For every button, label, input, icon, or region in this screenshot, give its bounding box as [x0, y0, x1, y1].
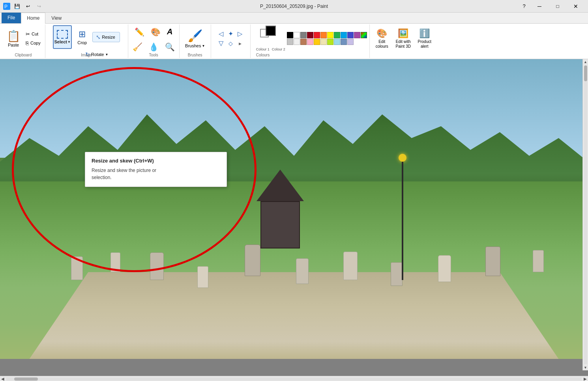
minimize-button[interactable]: ─: [530, 2, 549, 11]
swatch-limegreen[interactable]: [327, 39, 333, 45]
swatch-steelblue[interactable]: [341, 39, 347, 45]
gravestone-1: [71, 256, 83, 280]
eraser-tool[interactable]: 🧹: [131, 40, 144, 54]
maximize-button[interactable]: □: [549, 2, 567, 11]
scroll-down-arrow[interactable]: ▼: [583, 365, 588, 370]
gravestone-3: [150, 252, 164, 280]
color-grid-row1: [287, 32, 367, 38]
shape-more[interactable]: ▸: [236, 39, 244, 48]
close-button[interactable]: ✕: [567, 2, 585, 11]
swatch-blue[interactable]: [347, 32, 354, 38]
tab-file[interactable]: File: [2, 13, 21, 23]
swatch-black[interactable]: [287, 32, 293, 38]
save-button[interactable]: 💾: [13, 2, 21, 11]
shapes-scroll: ◁ ✦ ▷ ▽ ◇ ▸: [217, 30, 244, 48]
copy-button[interactable]: ⎘ Copy: [24, 39, 43, 47]
text-icon: A: [167, 27, 172, 36]
scroll-right-arrow[interactable]: ▶: [582, 376, 588, 381]
brushes-button[interactable]: 🖌️ Brushes ▼: [182, 27, 208, 50]
swatch-gold[interactable]: [314, 39, 320, 45]
select-label-row: Select ▼: [54, 39, 71, 44]
swatch-gray1[interactable]: [300, 32, 307, 38]
shape-arrow-down[interactable]: ▽: [217, 39, 225, 48]
clipboard-label: Clipboard: [15, 53, 32, 57]
swatch-green[interactable]: [334, 32, 340, 38]
swatch-white[interactable]: [294, 32, 300, 38]
tooltip-title: Resize and skew (Ctrl+W): [92, 158, 220, 164]
tools-row2: 🧹 💧 🔍: [131, 40, 177, 54]
tools-content: ✏️ 🎨 A 🧹 💧 🔍: [131, 25, 177, 54]
tab-view[interactable]: View: [45, 13, 67, 23]
ribbon-content: 📋 Paste ✂ Cut ⎘ Copy Clipboard: [0, 24, 588, 59]
window-title: P_20150604_205209.jpg - Paint: [260, 4, 328, 9]
swatch-purple[interactable]: [354, 32, 360, 38]
title-bar: P 💾 ↩ ↪ P_20150604_205209.jpg - Paint ? …: [0, 0, 588, 13]
image-group-label: Image: [81, 53, 92, 57]
product-alert-button[interactable]: ℹ️ Product alert: [415, 26, 434, 51]
app-icon: P: [3, 3, 10, 10]
scroll-horizontal-thumb[interactable]: [14, 377, 38, 381]
swatch-rainbow[interactable]: [361, 32, 367, 38]
colors-section: Colour 1 Colour 2: [254, 24, 370, 58]
crop-button[interactable]: ⊞ Crop: [73, 25, 91, 49]
swatch-lavender[interactable]: [347, 39, 354, 45]
swatch-orange[interactable]: [320, 32, 327, 38]
scroll-vertical-track[interactable]: [584, 65, 587, 364]
swatch-darkred[interactable]: [307, 32, 313, 38]
rotate-arrow: ▼: [105, 53, 108, 56]
swatch-lightblue[interactable]: [334, 39, 340, 45]
scroll-horizontal-track[interactable]: [6, 377, 582, 381]
scroll-vertical-thumb[interactable]: [584, 65, 587, 81]
swatch-cyan[interactable]: [341, 32, 347, 38]
edit-paint3d-button[interactable]: 🖼️ Edit with Paint 3D: [393, 26, 413, 51]
select-dropdown-arrow: ▼: [67, 40, 71, 44]
swatch-brown[interactable]: [300, 39, 307, 45]
colour1-swatch[interactable]: [266, 26, 276, 36]
tools-group-label: Tools: [149, 53, 158, 57]
gazebo-roof: [257, 170, 304, 201]
color-swatches-area: Colour 1 Colour 2: [256, 26, 285, 51]
tools-group: ✏️ 🎨 A 🧹 💧 🔍 Tool: [128, 24, 180, 58]
swatch-gray2[interactable]: [287, 39, 293, 45]
swatch-white2[interactable]: [294, 39, 300, 45]
tab-home[interactable]: Home: [21, 13, 45, 24]
select-button[interactable]: Select ▼: [53, 25, 72, 49]
vertical-scrollbar[interactable]: ▲ ▼: [582, 59, 588, 370]
tools-row1: ✏️ 🎨 A: [133, 25, 174, 39]
edit-colours-icon: 🎨: [376, 28, 387, 39]
text-tool[interactable]: A: [165, 25, 174, 39]
horizontal-scrollbar[interactable]: ◀ ▶: [0, 376, 588, 381]
undo-button[interactable]: ↩: [24, 2, 32, 11]
colorpicker-tool[interactable]: 💧: [147, 40, 161, 54]
tooltip-box: Resize and skew (Ctrl+W) Resize and skew…: [85, 152, 227, 187]
cut-button[interactable]: ✂ Cut: [24, 30, 43, 38]
swatch-cream[interactable]: [320, 39, 327, 45]
fill-tool[interactable]: 🎨: [149, 25, 163, 39]
magnifier-tool[interactable]: 🔍: [163, 40, 177, 54]
paste-button[interactable]: 📋 Paste: [4, 27, 23, 50]
scroll-up-arrow[interactable]: ▲: [583, 59, 588, 65]
resize-button[interactable]: ⤡ Resize: [92, 32, 120, 42]
brushes-content: 🖌️ Brushes ▼: [182, 25, 208, 52]
swatch-pink[interactable]: [307, 39, 313, 45]
scroll-left-arrow[interactable]: ◀: [0, 376, 6, 381]
select-label: Select: [54, 39, 67, 44]
canvas-scroll[interactable]: Resize and skew (Ctrl+W) Resize and skew…: [0, 59, 588, 376]
pencil-tool[interactable]: ✏️: [133, 25, 146, 39]
shape-diamond[interactable]: ◇: [226, 39, 235, 48]
fill-icon: 🎨: [151, 28, 161, 36]
svg-text:P: P: [4, 4, 7, 9]
swatch-red[interactable]: [314, 32, 320, 38]
gravestone-4: [197, 266, 208, 288]
shape-arrow-right[interactable]: ▷: [236, 30, 244, 38]
shape-arrow-left[interactable]: ◁: [217, 30, 225, 38]
edit-paint3d-label: Edit with Paint 3D: [394, 39, 413, 49]
shape-sparkle[interactable]: ✦: [226, 30, 235, 38]
swatch-yellow[interactable]: [327, 32, 333, 38]
help-button[interactable]: ?: [518, 2, 530, 11]
shapes-row1: ◁ ✦ ▷: [217, 30, 244, 38]
ribbon-tabs: File Home View: [0, 13, 588, 24]
edit-colours-button[interactable]: 🎨 Edit colours: [372, 26, 392, 51]
product-alert-label: Product alert: [415, 39, 434, 49]
redo-button[interactable]: ↪: [35, 2, 43, 11]
